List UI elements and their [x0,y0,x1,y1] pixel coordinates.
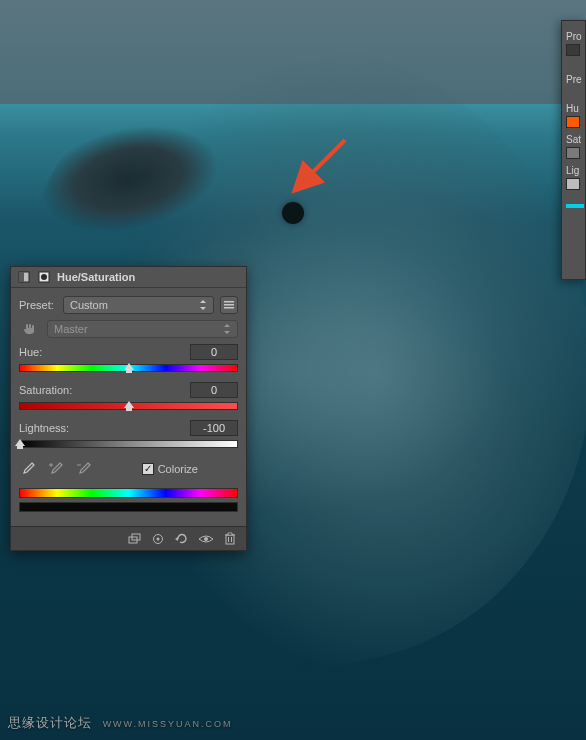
svg-rect-9 [224,304,234,306]
svg-marker-17 [175,537,178,541]
hue-slider-block: Hue: 0 [19,344,238,372]
eyedropper-minus-icon[interactable] [75,460,93,478]
preset-row: Preset: Custom [19,296,238,314]
colorize-checkbox[interactable] [142,463,154,475]
preset-label: Preset: [19,299,57,311]
svg-rect-3 [19,272,24,282]
svg-point-5 [41,274,47,280]
adjustment-type-icon[interactable] [17,270,31,284]
saturation-slider-block: Saturation: 0 [19,382,238,410]
svg-rect-19 [226,535,234,544]
eyedropper-icon[interactable] [19,460,37,478]
panel-footer [11,526,246,550]
sat-strip-fragment [566,147,580,159]
chevron-updown-icon [199,301,207,309]
hue-label: Hue: [19,346,42,358]
preset-menu-button[interactable] [220,296,238,314]
preset-select[interactable]: Custom [63,296,214,314]
properties-panel-truncated: Pro Pre Hu Sat Lig [561,20,586,280]
swatch-icon [566,44,580,56]
channel-row: Master [19,320,238,338]
preset-value: Custom [70,299,108,311]
lightness-slider-track[interactable] [19,440,238,448]
svg-marker-6 [200,300,206,303]
cyan-bar [566,204,584,208]
label: Lig [566,165,583,176]
visibility-icon[interactable] [198,531,214,547]
svg-rect-8 [224,301,234,303]
hue-strip-fragment [566,116,580,128]
saturation-label: Saturation: [19,384,72,396]
shark-eye [282,202,304,224]
view-previous-state-icon[interactable] [150,531,166,547]
eyedropper-plus-icon[interactable] [47,460,65,478]
label: Sat [566,134,583,145]
hue-saturation-panel: Hue/Saturation Preset: Custom Master [10,266,247,551]
hue-slider-track[interactable] [19,364,238,372]
trash-icon[interactable] [222,531,238,547]
hue-slider-thumb[interactable] [124,363,134,375]
watermark: 思缘设计论坛 WWW.MISSYUAN.COM [8,714,233,732]
lightness-label: Lightness: [19,422,69,434]
svg-marker-11 [224,324,230,327]
colorize-toggle[interactable]: Colorize [142,463,198,475]
watermark-main: 思缘设计论坛 [8,715,92,730]
colorize-label: Colorize [158,463,198,475]
lightness-slider-thumb[interactable] [15,439,25,451]
lightness-slider-block: Lightness: -100 [19,420,238,448]
saturation-value-input[interactable]: 0 [190,382,238,398]
label: Pro [566,31,583,42]
targeted-adjustment-icon[interactable] [19,320,41,338]
watermark-sub: WWW.MISSYUAN.COM [103,719,233,729]
eyedropper-row: Colorize [19,460,238,478]
channel-value: Master [54,323,88,335]
panel-header[interactable]: Hue/Saturation [11,267,246,288]
hue-spectrum-strip [19,488,238,498]
svg-rect-10 [224,307,234,309]
saturation-slider-track[interactable] [19,402,238,410]
channel-select[interactable]: Master [47,320,238,338]
saturation-slider-thumb[interactable] [124,401,134,413]
hue-value-input[interactable]: 0 [190,344,238,360]
light-strip-fragment [566,178,580,190]
mask-icon[interactable] [37,270,51,284]
svg-marker-12 [224,331,230,334]
result-color-strip [19,502,238,512]
chevron-updown-icon [223,325,231,333]
lightness-value-input[interactable]: -100 [190,420,238,436]
reset-icon[interactable] [174,531,190,547]
panel-title: Hue/Saturation [57,271,135,283]
clip-to-layer-icon[interactable] [126,531,142,547]
label: Hu [566,103,583,114]
svg-point-16 [157,537,160,540]
svg-point-18 [204,537,208,541]
svg-marker-7 [200,307,206,310]
label: Pre [566,74,583,85]
